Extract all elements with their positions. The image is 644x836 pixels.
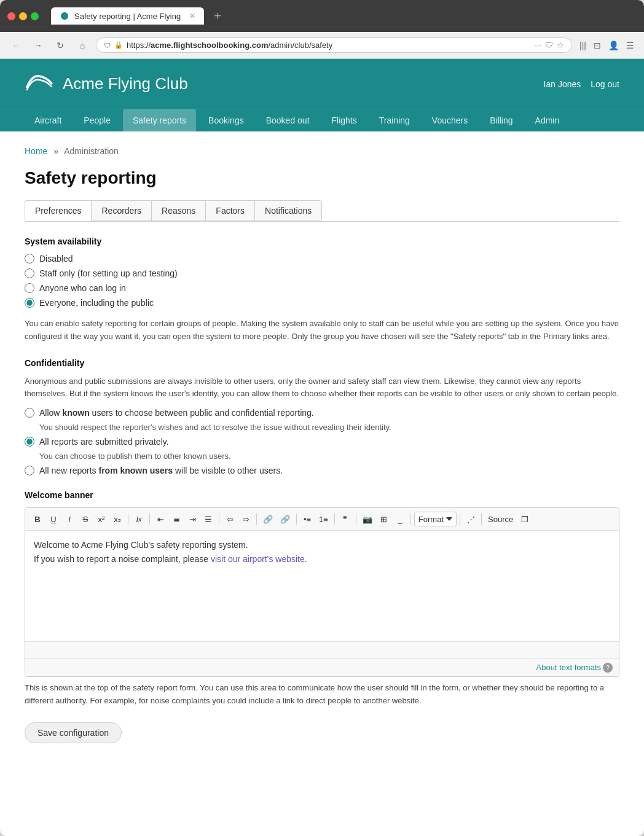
availability-option-staff[interactable]: Staff only (for setting up and testing) bbox=[25, 268, 619, 278]
availability-option-everyone[interactable]: Everyone, including the public bbox=[25, 298, 619, 308]
format-dropdown[interactable]: Format bbox=[414, 512, 457, 526]
tab-preferences[interactable]: Preferences bbox=[25, 200, 92, 221]
editor-status-bar bbox=[25, 641, 619, 658]
nav-item-safety-reports[interactable]: Safety reports bbox=[123, 109, 196, 131]
editor-separator-4 bbox=[256, 514, 257, 525]
editor-image-button[interactable]: 📷 bbox=[359, 512, 375, 526]
more-icon: ··· bbox=[535, 41, 541, 50]
confidentiality-radio-visible[interactable] bbox=[25, 466, 34, 475]
save-configuration-button[interactable]: Save configuration bbox=[25, 722, 122, 743]
editor-align-justify-button[interactable]: ☰ bbox=[201, 512, 216, 526]
breadcrumb-separator: » bbox=[53, 146, 58, 156]
site-logo: Acme Flying Club bbox=[25, 70, 188, 98]
nav-item-bookings[interactable]: Bookings bbox=[198, 109, 254, 131]
editor-outdent-button[interactable]: ⇦ bbox=[222, 512, 237, 526]
editor-strikethrough-button[interactable]: S bbox=[78, 512, 93, 526]
reader-icon[interactable]: ⊡ bbox=[591, 38, 603, 53]
editor-fullscreen-button[interactable]: ❐ bbox=[517, 512, 532, 526]
close-dot[interactable] bbox=[7, 12, 15, 20]
site-title: Acme Flying Club bbox=[63, 74, 188, 93]
new-tab-button[interactable]: + bbox=[214, 9, 221, 23]
url-display: https://acme.flightschoolbooking.com/adm… bbox=[127, 41, 531, 50]
main-nav: Aircraft People Safety reports Bookings … bbox=[0, 109, 644, 131]
editor-remove-format-button[interactable]: Ix bbox=[132, 512, 146, 526]
security-icon: 🛡 bbox=[104, 42, 111, 49]
editor-subscript-button[interactable]: x₂ bbox=[110, 512, 125, 526]
nav-item-training[interactable]: Training bbox=[369, 109, 420, 131]
profile-icon[interactable]: 👤 bbox=[606, 38, 621, 53]
editor-separator-10 bbox=[481, 514, 482, 525]
nav-item-booked-out[interactable]: Booked out bbox=[256, 109, 320, 131]
editor-separator-6 bbox=[334, 514, 335, 525]
confidentiality-option-choose[interactable]: Allow known users to choose between publ… bbox=[25, 408, 619, 418]
editor-source-button[interactable]: Source bbox=[485, 512, 516, 526]
availability-radio-staff[interactable] bbox=[25, 268, 34, 278]
availability-radio-everyone[interactable] bbox=[25, 298, 34, 308]
confidentiality-option-private[interactable]: All reports are submitted privately. bbox=[25, 437, 619, 447]
bookmarks-icon[interactable]: ||| bbox=[577, 38, 589, 53]
nav-item-vouchers[interactable]: Vouchers bbox=[422, 109, 477, 131]
logout-link[interactable]: Log out bbox=[591, 79, 619, 89]
nav-item-people[interactable]: People bbox=[74, 109, 120, 131]
availability-radio-disabled[interactable] bbox=[25, 254, 34, 264]
editor-hr-button[interactable]: ⎯ bbox=[393, 512, 407, 526]
confidentiality-option-visible[interactable]: All new reports from known users will be… bbox=[25, 466, 619, 475]
availability-radio-logged-in[interactable] bbox=[25, 283, 34, 293]
confidentiality-radio-choose[interactable] bbox=[25, 408, 34, 418]
confidentiality-radio-private[interactable] bbox=[25, 437, 34, 447]
editor-blockquote-button[interactable]: ❞ bbox=[338, 512, 353, 526]
home-button[interactable]: ⌂ bbox=[74, 37, 91, 54]
minimize-dot[interactable] bbox=[19, 12, 27, 20]
confidentiality-desc-choose: You should respect the reporter's wishes… bbox=[39, 423, 619, 432]
editor-columns-button[interactable]: ⋰ bbox=[463, 512, 478, 526]
breadcrumb-home[interactable]: Home bbox=[25, 146, 47, 156]
reload-button[interactable]: ↻ bbox=[52, 37, 69, 54]
editor-separator-2 bbox=[149, 514, 150, 525]
editor-unlink-button[interactable]: 🔗 bbox=[277, 512, 293, 526]
editor-indent-button[interactable]: ⇨ bbox=[238, 512, 253, 526]
system-availability-section: System availability Disabled Staff only … bbox=[25, 236, 619, 343]
editor-underline-button[interactable]: U bbox=[46, 512, 61, 526]
nav-item-flights[interactable]: Flights bbox=[322, 109, 367, 131]
browser-tab[interactable]: Safety reporting | Acme Flying ✕ bbox=[51, 7, 204, 25]
maximize-dot[interactable] bbox=[31, 12, 39, 20]
menu-icon[interactable]: ☰ bbox=[624, 38, 637, 53]
editor-link[interactable]: visit our airport's website bbox=[211, 554, 305, 564]
availability-label-staff: Staff only (for setting up and testing) bbox=[39, 268, 178, 278]
editor-align-right-button[interactable]: ⇥ bbox=[185, 512, 200, 526]
availability-option-disabled[interactable]: Disabled bbox=[25, 254, 619, 264]
availability-option-logged-in[interactable]: Anyone who can log in bbox=[25, 283, 619, 293]
nav-item-aircraft[interactable]: Aircraft bbox=[25, 109, 71, 131]
availability-label-disabled: Disabled bbox=[39, 254, 73, 264]
logo-icon bbox=[25, 70, 54, 98]
editor-link-button[interactable]: 🔗 bbox=[260, 512, 276, 526]
editor-align-left-button[interactable]: ⇤ bbox=[153, 512, 168, 526]
availability-label-everyone: Everyone, including the public bbox=[39, 298, 154, 308]
nav-item-billing[interactable]: Billing bbox=[480, 109, 522, 131]
editor-separator-5 bbox=[296, 514, 297, 525]
editor-numbered-list-button[interactable]: 1≡ bbox=[316, 512, 331, 526]
editor-line-1: Welcome to Acme Flying Club's safety rep… bbox=[34, 538, 610, 552]
editor-superscript-button[interactable]: x² bbox=[94, 512, 109, 526]
editor-bold-button[interactable]: B bbox=[30, 512, 45, 526]
editor-separator-3 bbox=[219, 514, 219, 525]
address-bar[interactable]: 🛡 🔒 https://acme.flightschoolbooking.com… bbox=[96, 37, 572, 53]
editor-table-button[interactable]: ⊞ bbox=[377, 512, 391, 526]
editor-toolbar: B U I S x² x₂ Ix ⇤ ≣ ⇥ ☰ ⇦ ⇨ bbox=[25, 508, 619, 531]
editor-italic-button[interactable]: I bbox=[62, 512, 77, 526]
nav-item-admin[interactable]: Admin bbox=[525, 109, 570, 131]
tab-reasons[interactable]: Reasons bbox=[151, 200, 206, 221]
tab-factors[interactable]: Factors bbox=[205, 200, 255, 221]
forward-button[interactable]: → bbox=[29, 37, 47, 54]
editor-bullet-list-button[interactable]: •≡ bbox=[300, 512, 315, 526]
availability-label-logged-in: Anyone who can log in bbox=[39, 283, 126, 293]
back-button[interactable]: ← bbox=[7, 37, 25, 54]
tab-recorders[interactable]: Recorders bbox=[91, 200, 152, 221]
browser-titlebar: Safety reporting | Acme Flying ✕ + bbox=[0, 0, 644, 32]
about-text-formats-link[interactable]: About text formats bbox=[536, 663, 602, 673]
tab-notifications[interactable]: Notifications bbox=[254, 200, 322, 221]
tab-close-button[interactable]: ✕ bbox=[189, 12, 195, 20]
editor-align-center-button[interactable]: ≣ bbox=[169, 512, 184, 526]
availability-radio-group: Disabled Staff only (for setting up and … bbox=[25, 254, 619, 308]
editor-body[interactable]: Welcome to Acme Flying Club's safety rep… bbox=[25, 531, 619, 641]
